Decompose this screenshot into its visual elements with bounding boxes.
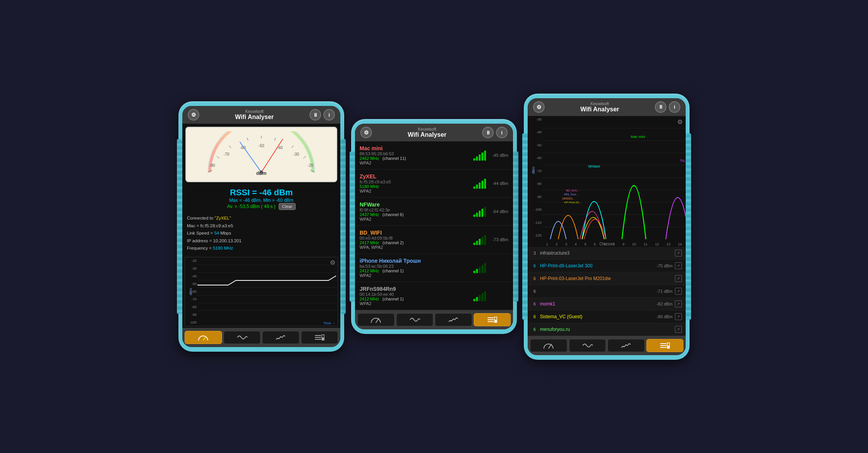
ch-icon-4[interactable]: ↗ [675,300,682,307]
wifi-bars-4 [473,262,486,273]
svg-line-13 [229,146,231,148]
ch-icon-2[interactable]: ↗ [675,275,682,282]
cg-dbm-label: dBm [532,166,535,174]
wifi-security-2: WPA2 [360,217,470,221]
svg-text:TALAMASKA: TALAMASKA [680,159,686,162]
wifi-bars-3 [473,234,486,245]
channel-item-1[interactable]: 6 HP-Print-d9-LaserJet 300 -75 dBm ↗ [528,260,686,272]
tab-graph-2[interactable] [435,313,472,326]
wifi-item-5[interactable]: JRFnS984Rn9 00:14:1b:59:ee:40 2412 MHz (… [355,282,513,310]
tab-channel-2[interactable] [396,313,434,326]
settings-button-1[interactable]: ⚙ [188,109,199,121]
tab-list-2[interactable] [474,313,511,326]
ch-dbm-5: -80 dBm [653,314,673,319]
brand-label-1: Keuwlsoft [199,109,310,114]
pause-button-3[interactable]: ⏸ [655,101,666,113]
wifi-security-4: WPA2 [360,273,470,278]
ch-num-6: 6 [532,327,538,332]
ch-num-1: 6 [532,263,538,268]
ch-icon-1[interactable]: ↗ [675,262,682,269]
svg-line-16 [274,138,276,141]
wifi-item-2[interactable]: NFWare f0:9f:c2:f1:42:3e 2437 MHz (chann… [355,198,513,226]
app-name-label-2: Wifi Analyser [408,131,447,138]
tab-list-3[interactable] [646,339,684,352]
wifi-info-1: ZyXEL fc:f5:28:c9:a3:e5 5180 MHz WPA2 [360,173,470,193]
tab-graph-3[interactable] [607,339,645,352]
bottom-tabs-3 [528,336,686,355]
channel-item-4[interactable]: 6 momk1 -82 dBm ↗ [528,298,686,310]
conn-line-4: IP address = 10.200.13.201 [187,237,336,245]
wifi-item-0[interactable]: Mac mini 88:53:95:28:b6:53 2462 MHz (cha… [355,141,513,169]
pause-button-2[interactable]: ⏸ [482,127,494,138]
wifi-mac-4: ba:53:ac:5b:06:23 [360,264,470,268]
ch-name-2: HP-Print-03-LaserJet Pro M201dw [540,276,651,281]
ch-num-0: 3 [532,251,538,255]
tab-meter-1[interactable] [185,331,222,344]
svg-text:-50: -50 [259,144,264,148]
svg-line-27 [203,336,206,341]
wifi-item-4[interactable]: iPhone Николай Трошн ba:53:ac:5b:06:23 2… [355,254,513,282]
ch-dbm-1: -75 dBm [653,263,673,268]
ch-icon-0[interactable]: ↗ [675,250,682,257]
wifi-security-3: WPA, WPA2 [360,245,470,250]
clear-button[interactable]: Clear [279,203,296,210]
ch-icon-3[interactable]: ↗ [675,288,682,295]
rssi-av-text: Av. = -53,5 dBm ( 49 s ) [227,204,276,209]
screen-1: -80 -70 -60 -50 -40 -30 -20 dBm [182,124,340,328]
tab-channel-1[interactable] [224,331,261,344]
tab-meter-3[interactable] [530,339,567,352]
settings-button-2[interactable]: ⚙ [360,127,372,138]
svg-text:MIS_Gue...: MIS_Gue... [564,193,579,196]
graph-canvas [197,257,338,320]
wifi-name-1: ZyXEL [360,173,470,180]
svg-text:-70: -70 [224,152,229,156]
channel-item-5[interactable]: 6 Sistema_VC (Guest) -80 dBm ↗ [528,310,686,323]
info-button-2[interactable]: i [496,127,508,138]
wifi-name-5: JRFnS984Rn9 [360,286,470,292]
tab-channel-3[interactable] [569,339,606,352]
ch-name-0: infrastructure3 [540,250,651,256]
channel-graph: ⚙ -30-40-50-60-70-80-90-100-110-120 dBm [528,116,686,247]
wifi-security-5: WPA2 [360,301,470,306]
pause-button-1[interactable]: ⏸ [310,109,321,121]
ch-icon-5[interactable]: ↗ [675,313,682,320]
channel-item-0[interactable]: 3 infrastructure3 ↗ [528,247,686,260]
wifi-info-4: iPhone Николай Трошн ba:53:ac:5b:06:23 2… [360,258,470,278]
wifi-item-1[interactable]: ZyXEL fc:f5:28:c9:a3:e5 5180 MHz WPA2 -4… [355,169,513,198]
cg-y-axis: -30-40-50-60-70-80-90-100-110-120 [528,116,542,239]
info-button-3[interactable]: i [669,101,680,113]
ch-icon-6[interactable]: ↗ [675,326,682,333]
tab-list-1[interactable] [301,331,338,344]
svg-text:Mac mini: Mac mini [631,134,645,138]
channel-graph-svg: Mac mini NFWare TALAMASKA B [542,116,686,239]
graph-x-label: Time → [323,321,335,325]
device-1: ⚙ Keuwlsoft Wifi Analyser ⏸ i [178,101,344,352]
wifi-info-3: BD_WIFI 00:e0:4d:09:5b:f8 2417 MHz (chan… [360,230,470,250]
svg-line-14 [247,138,248,141]
info-button-1[interactable]: i [323,109,335,121]
svg-line-56 [548,344,552,349]
gauge-section: -80 -70 -60 -50 -40 -30 -20 dBm [185,127,337,182]
connection-info: Connected to "ZyXEL" Mac = fc:f5:28:c9:a… [182,211,340,255]
tab-meter-2[interactable] [357,313,395,326]
channel-item-3[interactable]: 6 -71 dBm ↗ [528,285,686,298]
channel-item-2[interactable]: 6 HP-Print-03-LaserJet Pro M201dw ↗ [528,272,686,285]
ch-name-6: menuforyou.ru [540,327,651,332]
wifi-item-3[interactable]: BD_WIFI 00:e0:4d:09:5b:f8 2417 MHz (chan… [355,226,513,254]
wifi-freq-3: 2417 MHz (channel 2) [360,240,470,245]
wifi-bars-2 [473,206,486,217]
svg-line-9 [261,139,283,172]
ch-name-5: Sistema_VC (Guest) [540,314,651,319]
wifi-dbm-2: -64 dBm [489,209,508,214]
svg-line-33 [376,318,379,323]
ch-name-4: momk1 [540,301,651,307]
device-1-header: ⚙ Keuwlsoft Wifi Analyser ⏸ i [182,106,340,124]
rssi-max-min: Max = -46 dBm, Min = -60 dBm [182,198,340,203]
wifi-mac-5: 00:14:1b:59:ee:40 [360,292,470,297]
settings-button-3[interactable]: ⚙ [533,101,545,113]
svg-line-8 [240,142,261,172]
channel-list: 3 infrastructure3 ↗ 6 HP-Print-d9-LaserJ… [528,247,686,336]
channel-item-6[interactable]: 6 menuforyou.ru ↗ [528,323,686,336]
graph-svg [197,257,338,320]
tab-graph-1[interactable] [262,331,299,344]
